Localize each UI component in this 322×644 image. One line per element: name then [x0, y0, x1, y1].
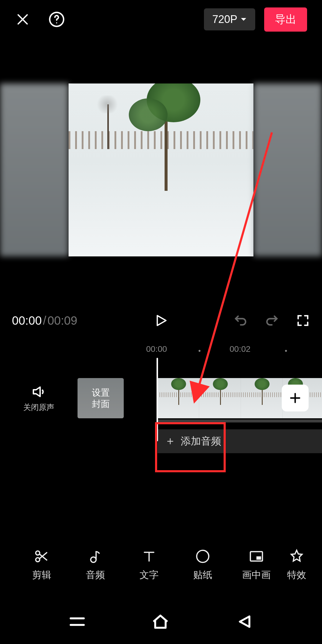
tool-text[interactable]: 文字 [122, 548, 176, 582]
nav-recents[interactable] [67, 612, 87, 631]
picture-in-picture-icon [248, 548, 264, 564]
scissors-icon [34, 548, 50, 564]
add-audio-button[interactable]: 添加音频 [157, 429, 322, 453]
preview-main [69, 83, 253, 256]
mute-original-audio[interactable]: 关闭原声 [0, 384, 78, 413]
star-icon [289, 548, 305, 564]
chevron-down-icon [240, 16, 247, 23]
nav-home[interactable] [150, 611, 171, 632]
help-icon[interactable] [48, 11, 65, 28]
preview-blur-right [253, 83, 322, 256]
redo-button[interactable] [264, 313, 279, 328]
tool-sticker[interactable]: 贴纸 [176, 548, 230, 582]
playback-time: 00:00/00:09 [12, 314, 77, 327]
close-icon[interactable] [15, 12, 30, 27]
resolution-selector[interactable]: 720P [204, 8, 255, 30]
plus-icon [166, 437, 175, 446]
text-icon [141, 548, 157, 564]
add-clip-button[interactable] [282, 385, 309, 411]
bottom-toolbar: 剪辑 音频 文字 贴纸 画中画 特效 [0, 540, 322, 590]
resolution-label: 720P [212, 13, 237, 26]
tool-audio[interactable]: 音频 [69, 548, 122, 582]
speaker-icon [31, 384, 47, 400]
nav-back[interactable] [234, 611, 255, 632]
video-preview[interactable] [0, 83, 322, 256]
timeline-ruler[interactable]: 00:00 • 00:02 • [0, 344, 322, 356]
plus-icon [289, 391, 302, 405]
playhead[interactable] [157, 358, 158, 441]
svg-point-5 [91, 557, 96, 562]
tool-pip[interactable]: 画中画 [230, 548, 283, 582]
tool-effect[interactable]: 特效 [283, 548, 310, 582]
play-button[interactable] [154, 313, 168, 328]
undo-button[interactable] [233, 313, 248, 328]
svg-rect-8 [256, 556, 261, 560]
music-note-icon [87, 548, 103, 564]
tool-edit[interactable]: 剪辑 [15, 548, 69, 582]
sticker-icon [195, 548, 211, 564]
clip-volume-bar[interactable] [157, 419, 322, 422]
fullscreen-button[interactable] [296, 313, 310, 328]
set-cover-button[interactable]: 设置 封面 [78, 378, 124, 418]
svg-point-1 [56, 22, 57, 24]
export-button[interactable]: 导出 [264, 7, 307, 32]
preview-blur-left [0, 83, 69, 256]
